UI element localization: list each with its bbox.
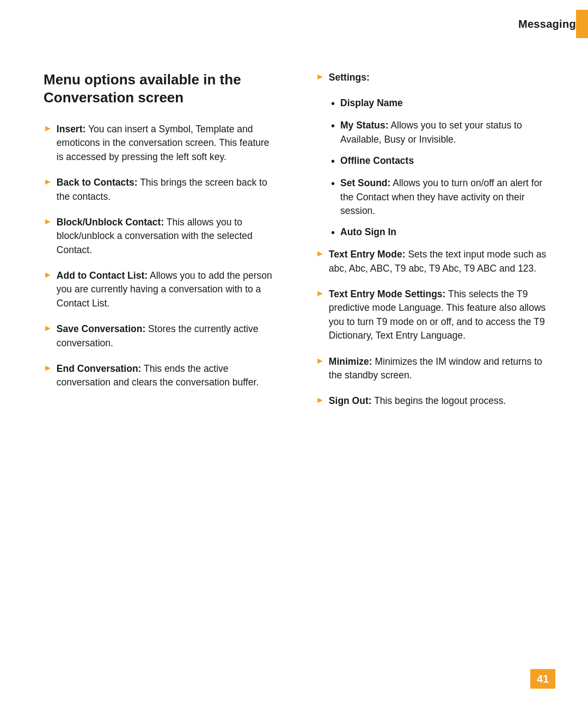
arrow-icon: ►	[44, 363, 52, 373]
list-item: ► Text Entry Mode Settings: This selects…	[316, 287, 550, 343]
item-desc-sign-out: This begins the logout process.	[374, 395, 506, 406]
sub-item-label-display-name: Display Name	[340, 97, 403, 108]
list-item: • Offline Contacts	[331, 154, 550, 169]
item-label-text-entry-mode: Text Entry Mode:	[329, 249, 406, 260]
item-text-text-entry-mode: Text Entry Mode: Sets the text input mod…	[329, 248, 550, 275]
list-item: • Auto Sign In	[331, 225, 550, 240]
bullet-icon: •	[331, 225, 335, 240]
sub-item-display-name: Display Name	[340, 96, 403, 110]
item-text-minimize: Minimize: Minimizes the IM window and re…	[329, 355, 550, 383]
list-item: • Display Name	[331, 96, 550, 111]
list-item: ► Sign Out: This begins the logout proce…	[316, 394, 550, 408]
arrow-icon: ►	[316, 72, 324, 82]
page-number: 41	[530, 669, 555, 689]
right-column: ► Settings: • Display Name • My Status: …	[310, 71, 550, 420]
item-label-save-conversation: Save Conversation:	[57, 323, 145, 334]
sub-item-label-offline-contacts: Offline Contacts	[340, 155, 414, 166]
arrow-icon: ►	[316, 289, 324, 298]
item-desc-insert: You can insert a Symbol, Template and em…	[57, 124, 270, 162]
bullet-icon: •	[331, 154, 335, 169]
item-text-add-to-contact-list: Add to Contact List: Allows you to add t…	[57, 269, 278, 310]
bullet-icon: •	[331, 119, 335, 133]
bullet-icon: •	[331, 96, 335, 111]
sub-item-auto-sign-in: Auto Sign In	[340, 225, 396, 239]
item-text-end-conversation: End Conversation: This ends the active c…	[57, 362, 278, 390]
item-label-sign-out: Sign Out:	[329, 395, 372, 406]
arrow-icon: ►	[44, 323, 52, 333]
list-item: ► Insert: You can insert a Symbol, Templ…	[44, 122, 278, 164]
list-item: ► Block/Unblock Contact: This allows you…	[44, 216, 278, 257]
item-label-end-conversation: End Conversation:	[57, 363, 142, 374]
page-header: Messaging	[0, 0, 588, 44]
item-text-insert: Insert: You can insert a Symbol, Templat…	[57, 122, 278, 164]
sub-item-my-status: My Status: Allows you to set your status…	[340, 119, 550, 146]
sub-item-label-set-sound: Set Sound:	[340, 177, 390, 188]
settings-sub-items: • Display Name • My Status: Allows you t…	[331, 96, 550, 240]
item-text-settings: Settings:	[329, 71, 370, 84]
sub-item-offline-contacts: Offline Contacts	[340, 154, 414, 168]
section-title: Menu options available in the Conversati…	[44, 71, 278, 106]
list-item: ► Save Conversation: Stores the currentl…	[44, 322, 278, 350]
item-label-text-entry-mode-settings: Text Entry Mode Settings:	[329, 289, 446, 299]
sub-item-set-sound: Set Sound: Allows you to turn on/off an …	[340, 176, 550, 218]
item-text-back-to-contacts: Back to Contacts: This brings the screen…	[57, 176, 278, 204]
arrow-icon: ►	[316, 249, 324, 259]
header-title: Messaging	[518, 18, 576, 30]
bullet-icon: •	[331, 176, 335, 191]
arrow-icon: ►	[44, 177, 52, 187]
list-item: ► Text Entry Mode: Sets the text input m…	[316, 248, 550, 275]
item-label-minimize: Minimize:	[329, 356, 372, 367]
list-item: • Set Sound: Allows you to turn on/off a…	[331, 176, 550, 218]
list-item: • My Status: Allows you to set your stat…	[331, 119, 550, 146]
list-item: ► Settings:	[316, 71, 550, 84]
left-column: Menu options available in the Conversati…	[44, 71, 289, 420]
list-item: ► Back to Contacts: This brings the scre…	[44, 176, 278, 204]
arrow-icon: ►	[316, 356, 324, 366]
content-area: Menu options available in the Conversati…	[0, 44, 588, 442]
item-label-add-to-contact-list: Add to Contact List:	[57, 270, 148, 281]
arrow-icon: ►	[44, 124, 52, 133]
item-text-text-entry-mode-settings: Text Entry Mode Settings: This selects t…	[329, 287, 550, 343]
sub-item-label-my-status: My Status:	[340, 120, 388, 131]
sub-item-label-auto-sign-in: Auto Sign In	[340, 226, 396, 237]
list-item: ► Add to Contact List: Allows you to add…	[44, 269, 278, 310]
list-item: ► Minimize: Minimizes the IM window and …	[316, 355, 550, 383]
item-label-settings: Settings:	[329, 72, 370, 83]
item-text-sign-out: Sign Out: This begins the logout process…	[329, 394, 506, 408]
arrow-icon: ►	[316, 395, 324, 405]
arrow-icon: ►	[44, 270, 52, 280]
header-title-area: Messaging	[518, 10, 588, 38]
orange-accent-tab	[576, 10, 588, 38]
item-text-block-unblock: Block/Unblock Contact: This allows you t…	[57, 216, 278, 257]
arrow-icon: ►	[44, 217, 52, 226]
page-number-area: 41	[530, 669, 555, 689]
item-text-save-conversation: Save Conversation: Stores the currently …	[57, 322, 278, 350]
item-label-block-unblock: Block/Unblock Contact:	[57, 217, 164, 228]
item-label-back-to-contacts: Back to Contacts:	[57, 177, 138, 188]
list-item: ► End Conversation: This ends the active…	[44, 362, 278, 390]
item-label-insert: Insert:	[57, 124, 85, 134]
